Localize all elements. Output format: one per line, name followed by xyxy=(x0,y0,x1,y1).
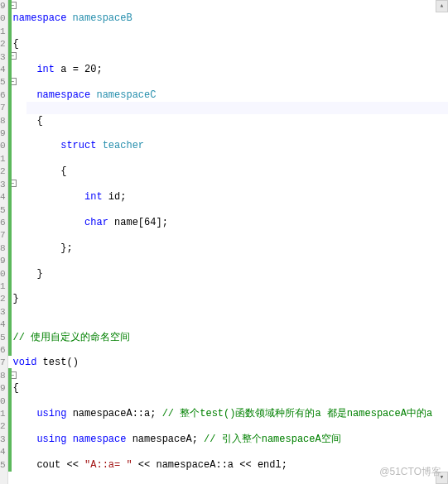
code-line[interactable]: namespace namespaceB xyxy=(13,12,448,25)
line-number: 9 xyxy=(0,382,6,395)
code-line[interactable]: { xyxy=(13,382,448,395)
line-number: 8 xyxy=(0,370,6,382)
line-number: 3 xyxy=(0,434,6,446)
code-line[interactable]: using namespaceA::a; // 整个test()函数领域种所有的… xyxy=(13,408,448,420)
line-number: 9 xyxy=(0,127,6,140)
code-line[interactable]: using namespace namespaceA; // 引入整个names… xyxy=(13,434,448,446)
code-line[interactable]: int a = 20; xyxy=(13,64,448,76)
line-number: 3 xyxy=(0,51,6,64)
change-marker xyxy=(8,0,12,165)
line-number: 7 xyxy=(0,357,6,369)
code-line[interactable]: { xyxy=(13,165,448,178)
change-marker xyxy=(8,165,12,356)
code-line[interactable]: namespace namespaceC xyxy=(13,89,448,102)
line-number: 8 xyxy=(0,242,6,255)
line-number-gutter: 9 0 1 2 3 4 5 6 7 8 9 0 1 2 3 4 5 6 7 8 … xyxy=(0,0,8,484)
line-number: 6 xyxy=(0,217,6,229)
change-marker xyxy=(8,368,12,472)
line-number: 2 xyxy=(0,165,6,178)
line-number: 9 xyxy=(0,255,6,267)
code-line[interactable]: } xyxy=(13,268,448,280)
code-line[interactable]: { xyxy=(13,115,448,127)
line-number: 7 xyxy=(0,102,6,114)
caret-line-highlight xyxy=(26,102,448,114)
line-number: 1 xyxy=(0,280,6,293)
line-number: 4 xyxy=(0,64,6,76)
line-number: 0 xyxy=(0,140,6,152)
line-number: 2 xyxy=(0,293,6,305)
scroll-up-button[interactable]: ▴ xyxy=(436,0,448,12)
code-editor: 9 0 1 2 3 4 5 6 7 8 9 0 1 2 3 4 5 6 7 8 … xyxy=(0,0,448,484)
line-number: 4 xyxy=(0,319,6,331)
line-number: 0 xyxy=(0,268,6,280)
watermark: @51CTO博客 xyxy=(379,465,441,479)
line-number: 1 xyxy=(0,408,6,420)
line-number: 9 xyxy=(0,0,6,12)
line-number: 4 xyxy=(0,191,6,204)
line-number: 6 xyxy=(0,89,6,102)
line-number: 5 xyxy=(0,76,6,89)
line-number: 0 xyxy=(0,395,6,408)
line-number: 4 xyxy=(0,446,6,458)
line-number: 7 xyxy=(0,229,6,242)
line-number: 5 xyxy=(0,332,6,344)
line-number: 8 xyxy=(0,115,6,127)
code-line[interactable]: void test() xyxy=(13,357,448,369)
code-line[interactable]: } xyxy=(13,293,448,305)
line-number: 2 xyxy=(0,38,6,50)
line-number: 3 xyxy=(0,179,6,191)
code-line[interactable]: int id; xyxy=(13,191,448,204)
line-number: 1 xyxy=(0,153,6,165)
code-line[interactable]: // 使用自定义的命名空间 xyxy=(13,332,448,344)
code-area[interactable]: namespace namespaceB { int a = 20; names… xyxy=(8,0,448,484)
code-line[interactable]: { xyxy=(13,38,448,50)
line-number: 2 xyxy=(0,420,6,433)
code-line[interactable]: struct teacher xyxy=(13,140,448,152)
line-number: 3 xyxy=(0,306,6,319)
line-number: 6 xyxy=(0,344,6,357)
line-number: 5 xyxy=(0,459,6,472)
line-number: 5 xyxy=(0,204,6,217)
code-line[interactable]: }; xyxy=(13,242,448,255)
code-line[interactable]: char name[64]; xyxy=(13,217,448,229)
line-number: 0 xyxy=(0,12,6,25)
line-number: 1 xyxy=(0,26,6,38)
